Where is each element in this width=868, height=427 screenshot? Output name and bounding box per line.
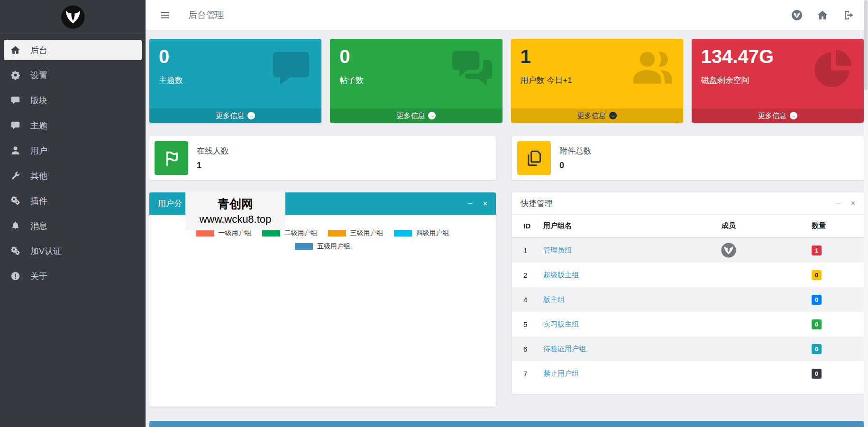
home-icon[interactable] [817, 9, 828, 21]
sign-out-icon[interactable] [842, 9, 854, 21]
more-info-link[interactable]: 更多信息 → [511, 109, 683, 123]
column-header-member: 成员 [650, 215, 807, 237]
sidebar-item-label: 插件 [30, 195, 47, 207]
info-box-label: 在线人数 [197, 145, 229, 156]
user-icon [10, 145, 25, 155]
legend-item[interactable]: 五级用户组 [295, 242, 350, 251]
sidebar-item-other[interactable]: 其他 [4, 165, 142, 186]
arrow-circle-icon: → [609, 112, 617, 119]
info-circle-icon [10, 271, 25, 281]
group-name-link[interactable]: 禁止用户组 [543, 369, 579, 377]
info-box-label: 附件总数 [559, 145, 592, 156]
scrollbar[interactable] [864, 0, 868, 427]
more-info-link[interactable]: 更多信息 → [330, 109, 502, 123]
topbar-actions [791, 9, 854, 21]
table-row: 7 禁止用户组 0 [512, 361, 864, 386]
arrow-circle-icon: → [790, 112, 797, 119]
table-row: 2 超级版主组 0 [512, 263, 864, 287]
info-box-attachments: 附件总数 0 [512, 136, 864, 180]
brand-bull-logo-icon [60, 4, 86, 30]
server-info-panel-header: 服务器信息 [PHPINFO] − × [149, 421, 864, 427]
more-info-link[interactable]: 更多信息 → [692, 109, 864, 123]
page-title: 后台管理 [188, 9, 224, 21]
sidebar-brand[interactable] [0, 0, 146, 34]
sidebar-item-forums[interactable]: 版块 [4, 90, 142, 110]
comment-icon [10, 95, 25, 105]
legend-label: 五级用户组 [317, 242, 350, 251]
close-icon[interactable]: × [483, 200, 487, 208]
cogs-icon [10, 246, 25, 256]
legend-swatch [394, 230, 412, 236]
more-info-label: 更多信息 [577, 111, 606, 120]
user-groups-table: ID 用户组名 成员 数量 1 管理员组 1 [512, 215, 864, 386]
count-badge: 0 [812, 270, 822, 280]
quick-management-panel: 快捷管理 − × ID 用户组名 成员 数量 [512, 192, 864, 394]
sidebar-item-label: 加V认证 [30, 245, 62, 257]
table-row: 1 管理员组 1 [512, 237, 864, 263]
stat-card-body: 0 主题数 [149, 39, 321, 109]
group-name-link[interactable]: 版主组 [543, 295, 565, 303]
more-info-label: 更多信息 [216, 111, 244, 120]
watermark-url: www.wcku8.top [200, 213, 272, 226]
legend-label: 三级用户组 [350, 229, 384, 237]
legend-label: 四级用户组 [416, 229, 449, 237]
brand-bull-icon[interactable] [791, 9, 803, 21]
sidebar-item-label: 消息 [30, 220, 47, 232]
pie-chart-icon [812, 46, 855, 92]
quick-panel-header: 快捷管理 − × [512, 192, 864, 215]
sidebar-item-verification[interactable]: 加V认证 [4, 241, 142, 261]
count-badge: 0 [812, 319, 822, 329]
watermark-overlay: 青创网 www.wcku8.top [185, 191, 285, 230]
sidebar-item-about[interactable]: 关于 [4, 266, 142, 286]
group-name-link[interactable]: 待验证用户组 [543, 345, 586, 353]
stat-card-body: 1 用户数 今日+1 [511, 39, 683, 109]
info-box-value: 1 [197, 161, 229, 171]
users-icon [631, 46, 675, 92]
stat-card-body: 0 帖子数 [330, 39, 502, 109]
topbar: 后台管理 [146, 0, 868, 30]
group-name-link[interactable]: 管理员组 [543, 246, 572, 254]
sidebar-item-dashboard[interactable]: 后台 [4, 40, 142, 60]
member-avatar[interactable] [721, 242, 737, 258]
sidebar-item-label: 关于 [30, 271, 47, 282]
more-info-link[interactable]: 更多信息 → [149, 109, 321, 123]
sidebar-item-messages[interactable]: 消息 [4, 216, 142, 236]
more-info-label: 更多信息 [396, 111, 425, 120]
group-name-link[interactable]: 超级版主组 [543, 271, 579, 279]
table-row: 4 版主组 0 [512, 287, 864, 312]
table-row: 6 待验证用户组 0 [512, 336, 864, 361]
sidebar: 后台 设置 版块 主题 用户 其他 [0, 0, 146, 427]
minimize-icon[interactable]: − [468, 200, 472, 208]
stat-cards-row: 0 主题数 更多信息 → 0 帖子数 [149, 39, 864, 123]
scrollbar-thumb[interactable] [864, 0, 868, 90]
wrench-icon [10, 171, 25, 181]
more-info-label: 更多信息 [758, 111, 786, 120]
group-id: 4 [512, 287, 539, 312]
legend-swatch [328, 230, 346, 236]
table-header-row: ID 用户组名 成员 数量 [512, 215, 864, 237]
legend-item[interactable]: 四级用户组 [394, 229, 449, 237]
minimize-icon[interactable]: − [836, 200, 840, 207]
sidebar-item-settings[interactable]: 设置 [4, 65, 142, 85]
group-id: 5 [512, 312, 539, 336]
copy-icon [517, 141, 551, 175]
sidebar-item-plugins[interactable]: 插件 [4, 191, 142, 211]
group-id: 2 [512, 263, 539, 287]
quick-panel-title: 快捷管理 [521, 198, 553, 209]
count-badge: 1 [812, 245, 822, 255]
column-header-name: 用户组名 [539, 215, 650, 237]
menu-toggle-button[interactable] [160, 10, 170, 20]
close-icon[interactable]: × [851, 200, 855, 207]
legend-item[interactable]: 三级用户组 [328, 229, 384, 237]
count-badge: 0 [812, 369, 822, 379]
sidebar-item-topics[interactable]: 主题 [4, 115, 142, 136]
stat-card-body: 134.47G 磁盘剩余空间 [692, 39, 864, 109]
group-id: 1 [512, 237, 539, 263]
count-badge: 0 [812, 295, 822, 305]
arrow-circle-icon: → [428, 112, 436, 119]
group-id: 7 [512, 361, 539, 386]
arrow-circle-icon: → [247, 112, 255, 119]
legend-swatch [295, 243, 313, 250]
sidebar-item-users[interactable]: 用户 [4, 140, 142, 161]
group-name-link[interactable]: 实习版主组 [543, 320, 579, 328]
